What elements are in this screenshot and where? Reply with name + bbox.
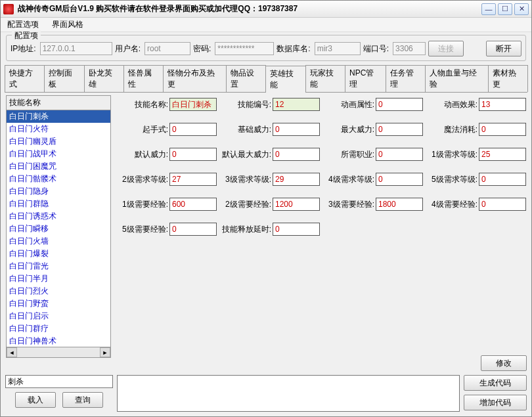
field-input[interactable] (169, 173, 217, 186)
tab-9[interactable]: 任务管理 (386, 65, 426, 92)
field-input[interactable] (376, 123, 423, 136)
field-input[interactable] (479, 148, 526, 161)
field-input[interactable] (479, 98, 526, 111)
close-button[interactable]: ✕ (514, 3, 529, 15)
modify-button[interactable]: 修改 (481, 355, 527, 371)
list-item[interactable]: 白日门瞬移 (7, 223, 110, 235)
tab-6[interactable]: 英雄技能 (265, 66, 305, 93)
list-item[interactable]: 白日门烈火 (7, 285, 110, 297)
list-item[interactable]: 白日门雷光 (7, 260, 110, 273)
tab-11[interactable]: 素材热更 (488, 65, 528, 92)
field-label: 动画效果: (444, 99, 477, 110)
field-input[interactable] (479, 198, 526, 211)
field-input[interactable] (169, 198, 217, 211)
pwd-input[interactable] (215, 42, 274, 55)
field-label: 魔法消耗: (444, 124, 477, 135)
list-item[interactable]: 白日门刺杀 (7, 110, 110, 123)
menu-config[interactable]: 配置选项 (5, 18, 41, 32)
list-item[interactable]: 白日门隐身 (7, 185, 110, 198)
list-item[interactable]: 白日门幽灵盾 (7, 135, 110, 148)
field-label: 4级需要经验: (432, 199, 477, 210)
app-icon (3, 4, 14, 14)
tab-2[interactable]: 卧龙英雄 (84, 65, 124, 92)
list-item[interactable]: 白日门火符 (7, 123, 110, 135)
minimize-button[interactable]: — (481, 3, 496, 15)
field-input[interactable] (273, 98, 320, 111)
code-textarea[interactable] (117, 375, 460, 412)
field-label: 2级需求等级: (122, 174, 168, 185)
field-input[interactable] (479, 173, 526, 186)
list-item[interactable]: 白日门爆裂 (7, 248, 110, 260)
field-label: 4级需求等级: (328, 174, 374, 185)
port-input[interactable] (393, 42, 426, 55)
skill-listbox[interactable]: 白日门刺杀白日门火符白日门幽灵盾白日门战甲术白日门困魔咒白日门骷髅术白日门隐身白… (6, 110, 111, 347)
list-item[interactable]: 白日门骷髅术 (7, 173, 110, 185)
list-item[interactable]: 白日门战甲术 (7, 148, 110, 160)
field-input[interactable] (273, 123, 320, 136)
tab-3[interactable]: 怪兽属性 (123, 65, 164, 92)
tab-10[interactable]: 人物血量与经验 (425, 65, 489, 92)
maximize-button[interactable]: ☐ (498, 3, 512, 15)
user-label: 用户名: (115, 43, 141, 55)
list-item[interactable]: 白日门野蛮 (7, 297, 110, 310)
field-input[interactable] (169, 148, 217, 161)
list-item[interactable]: 白日门启示 (7, 310, 110, 322)
list-item[interactable]: 白日门困魔咒 (7, 160, 110, 173)
list-item[interactable]: 白日门火墙 (7, 235, 110, 248)
field-input[interactable] (273, 198, 320, 211)
load-button[interactable]: 载入 (15, 392, 56, 408)
list-item[interactable]: 白日门群隐 (7, 198, 110, 210)
ip-input[interactable] (40, 42, 112, 55)
field-input[interactable] (376, 148, 423, 161)
connect-button[interactable]: 连接 (428, 41, 464, 56)
tab-5[interactable]: 物品设置 (226, 65, 266, 92)
db-input[interactable] (315, 42, 361, 55)
field-input[interactable] (169, 98, 217, 111)
list-item[interactable]: 白日门神兽术 (7, 335, 110, 347)
tab-4[interactable]: 怪物分布及热更 (163, 65, 227, 92)
field-label: 起手式: (143, 124, 168, 135)
field-label: 基础威力: (238, 124, 271, 135)
field-label: 5级需求等级: (432, 174, 477, 185)
addcode-button[interactable]: 增加代码 (464, 395, 527, 410)
field-input[interactable] (376, 173, 423, 186)
config-fieldset: 配置项 IP地址: 用户名: 密码: 数据库名: 端口号: 连接 断开 (6, 35, 526, 61)
search-input[interactable] (5, 375, 113, 388)
list-item[interactable]: 白日门诱惑术 (7, 210, 110, 223)
tab-0[interactable]: 快捷方式 (5, 65, 45, 92)
list-header: 技能名称 (6, 95, 111, 110)
field-label: 最大威力: (341, 124, 374, 135)
list-item[interactable]: 白日门群疗 (7, 322, 110, 335)
gencode-button[interactable]: 生成代码 (464, 375, 527, 391)
menu-style[interactable]: 界面风格 (49, 18, 86, 32)
window-title: 战神传奇GM后台V1.9 购买软件请在软件登录界面购买或加代理QQ：197387… (18, 3, 481, 14)
field-label: 动画属性: (341, 99, 374, 110)
db-label: 数据库名: (277, 43, 310, 55)
ip-label: IP地址: (11, 43, 36, 55)
field-input[interactable] (169, 223, 217, 236)
field-input[interactable] (169, 123, 217, 136)
user-input[interactable] (144, 42, 190, 55)
field-label: 2级需要经验: (225, 199, 271, 210)
list-item[interactable]: 白日门半月 (7, 273, 110, 285)
tab-1[interactable]: 控制面板 (44, 65, 84, 92)
field-label: 所需职业: (341, 149, 374, 160)
config-legend: 配置项 (12, 30, 41, 41)
field-label: 5级需要经验: (122, 224, 168, 235)
field-input[interactable] (376, 198, 423, 211)
field-label: 3级需要经验: (328, 199, 374, 210)
field-label: 默认最大威力: (222, 149, 271, 160)
disconnect-button[interactable]: 断开 (486, 41, 521, 56)
field-label: 3级需求等级: (225, 174, 271, 185)
field-label: 1级需求等级: (432, 149, 477, 160)
field-input[interactable] (376, 98, 423, 111)
field-input[interactable] (479, 123, 526, 136)
pwd-label: 密码: (193, 43, 211, 55)
field-input[interactable] (273, 148, 320, 161)
field-input[interactable] (273, 173, 320, 186)
tab-7[interactable]: 玩家技能 (305, 65, 345, 92)
field-input[interactable] (273, 223, 320, 236)
port-label: 端口号: (363, 43, 389, 55)
query-button[interactable]: 查询 (62, 392, 103, 408)
tab-8[interactable]: NPC管理 (345, 65, 386, 92)
